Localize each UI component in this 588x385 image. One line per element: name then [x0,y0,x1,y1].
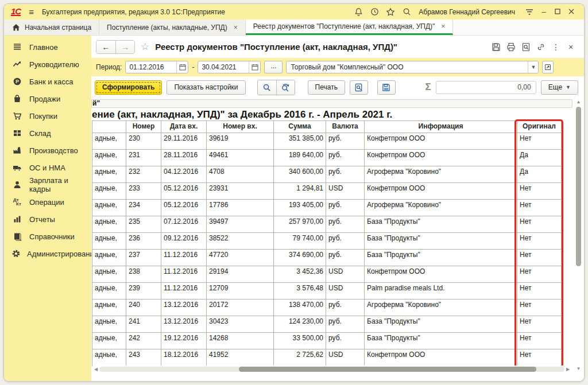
main-menu-icon[interactable]: ≡ [29,7,34,17]
sidebar-item-os-nma[interactable]: ОС и НМА [4,159,91,176]
cell-sum[interactable]: 351 385,00 [274,133,326,150]
cell-currency[interactable]: руб. [326,150,365,166]
cell-number[interactable]: 240 [126,300,161,316]
cell-date-in[interactable]: 04.12.2016 [161,166,207,183]
cell-original[interactable]: Нет [517,333,562,349]
maximize-button[interactable] [551,7,564,16]
cell-date-in[interactable]: 11.12.2016 [161,266,207,283]
documents-table[interactable]: НомерДата вх.Номер вх.СуммаВалютаИнформа… [92,120,562,366]
cell-number[interactable]: 241 [126,316,161,333]
cell-date-in[interactable]: 05.12.2016 [161,200,207,216]
cell-number[interactable]: 237 [126,250,161,266]
table-row[interactable]: адные,23405.12.201617786193 405,00руб.Аг… [92,200,562,216]
cell-number-in[interactable]: 4708 [207,166,274,183]
cell-currency[interactable]: руб. [326,133,365,150]
show-settings-button[interactable]: Показать настройки [167,80,245,95]
cell-info[interactable]: База "Продукты" [365,233,517,250]
scroll-down-icon[interactable]: ▼ [575,366,582,372]
cell-info[interactable]: Конфетпром ООО [365,183,517,200]
cell-sum[interactable]: 124 230,00 [274,316,326,333]
cell-number-in[interactable]: 49461 [207,150,274,166]
forward-button[interactable]: → [115,41,134,53]
table-row[interactable]: адные,23029.11.201639619351 385,00руб.Ко… [92,133,562,150]
table-row[interactable]: адные,23204.12.20164708340 600,00руб.Агр… [92,166,562,183]
cell-sum[interactable]: 340 600,00 [274,166,326,183]
sidebar-item-production[interactable]: Производство [4,142,91,159]
cell-doc[interactable]: адные, [92,300,126,316]
minimize-button[interactable]: – [537,7,551,16]
cell-currency[interactable]: USD [326,349,365,366]
cell-sum[interactable]: 3 452,36 [274,266,326,283]
cell-number-in[interactable]: 30423 [207,316,274,333]
cell-sum[interactable]: 193 405,00 [274,200,326,216]
table-row[interactable]: адные,24113.12.201630423124 230,00руб.Ба… [92,316,562,333]
calendar-icon[interactable] [176,61,188,73]
table-row[interactable]: адные,23609.12.20163852279 740,00руб.Баз… [92,233,562,250]
table-row[interactable]: адные,23711.12.201647720374 690,00руб.Ба… [92,250,562,266]
cell-date-in[interactable]: 07.12.2016 [161,216,207,233]
sidebar-item-warehouse[interactable]: Склад [4,125,91,142]
horizontal-scrollbar[interactable]: ◀ ▶ [92,365,571,373]
cell-currency[interactable]: USD [326,283,365,300]
favorites-star-icon[interactable] [383,6,398,18]
cell-date-in[interactable]: 19.12.2016 [161,333,207,349]
cell-sum[interactable]: 138 470,00 [274,300,326,316]
cell-number[interactable]: 242 [126,333,161,349]
cell-info[interactable]: Конфетпром ООО [365,349,517,366]
find-icon[interactable] [258,80,276,95]
table-row[interactable]: адные,24219.12.20161426833 500,00руб.Баз… [92,333,562,349]
sidebar-item-bank-cash[interactable]: РБанк и касса [4,73,91,90]
cell-sum[interactable]: 33 500,00 [274,333,326,349]
cell-original[interactable]: Да [517,150,562,166]
cell-doc[interactable]: адные, [92,150,126,166]
cell-info[interactable]: Конфетпром ООО [365,266,517,283]
cell-date-in[interactable]: 28.11.2016 [161,150,207,166]
tab-home[interactable]: Начальная страница [4,20,99,35]
cell-doc[interactable]: адные, [92,200,126,216]
cell-original[interactable]: Нет [517,183,562,200]
notifications-bell-icon[interactable] [351,6,366,18]
cell-info[interactable]: Агроферма "Коровино" [365,200,517,216]
back-button[interactable]: ← [96,41,115,53]
cell-info[interactable]: Palm paradise meals Ltd. [365,283,517,300]
cell-sum[interactable]: 2 725,62 [274,349,326,366]
close-window-button[interactable] [564,7,578,16]
generate-button[interactable]: Сформировать [95,80,162,95]
cell-date-in[interactable]: 11.12.2016 [161,283,207,300]
more-button[interactable]: Еще ▼ [541,80,578,95]
cell-number[interactable]: 236 [126,233,161,250]
sidebar-item-administration[interactable]: Администрирование [4,245,91,262]
get-link-icon[interactable] [533,41,548,53]
cell-sum[interactable]: 1 294,81 [274,183,326,200]
cell-original[interactable]: Нет [517,283,562,300]
cell-number-in[interactable]: 12709 [207,283,274,300]
cell-original[interactable]: Нет [517,233,562,250]
cancel-search-icon[interactable] [276,80,295,95]
cell-date-in[interactable]: 13.12.2016 [161,300,207,316]
cell-original[interactable]: Нет [517,266,562,283]
service-settings-icon[interactable] [522,6,537,18]
cell-sum[interactable]: 257 970,00 [274,216,326,233]
sidebar-item-operations[interactable]: ДтКтОперации [4,193,91,211]
sidebar-item-references[interactable]: Справочники [4,228,91,245]
cell-currency[interactable]: руб. [326,300,365,316]
chevron-down-icon[interactable]: ▼ [528,61,538,73]
cell-info[interactable]: Конфетпром ООО [365,150,517,166]
sidebar-item-reports[interactable]: Отчеты [4,211,91,228]
cell-number-in[interactable]: 20172 [207,300,274,316]
table-row[interactable]: адные,24013.12.201620172138 470,00руб.Аг… [92,300,562,316]
cell-doc[interactable]: адные, [92,233,126,250]
cell-number[interactable]: 239 [126,283,161,300]
cell-sum[interactable]: 79 740,00 [274,233,326,250]
cell-original[interactable]: Нет [517,250,562,266]
cell-number-in[interactable]: 39619 [207,133,274,150]
cell-number-in[interactable]: 17786 [207,200,274,216]
print-icon[interactable] [504,41,519,53]
cell-number[interactable]: 235 [126,216,161,233]
cell-doc[interactable]: адные, [92,349,126,366]
open-list-icon[interactable] [542,61,554,73]
cell-number[interactable]: 230 [126,133,161,150]
cell-doc[interactable]: адные, [92,266,126,283]
close-form-icon[interactable]: × [563,41,578,53]
tab-close-icon[interactable]: × [234,24,238,32]
